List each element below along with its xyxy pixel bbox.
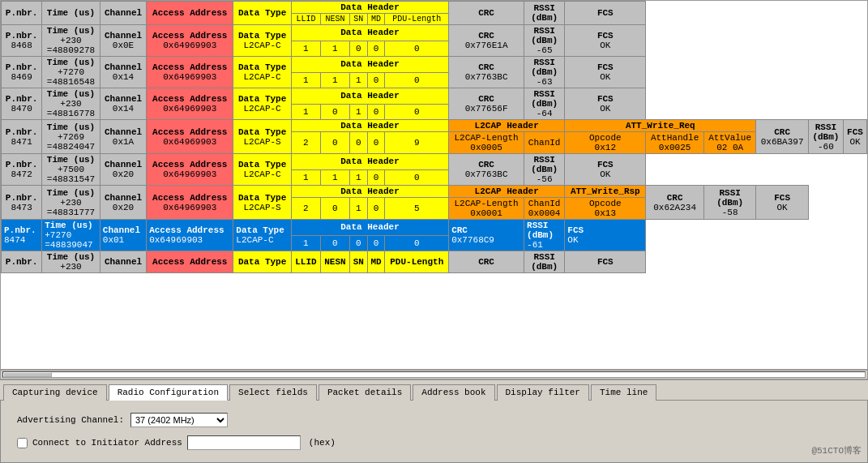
scrollbar-track[interactable] [2, 371, 866, 378]
tab-radio-configuration[interactable]: Radio Configuration [109, 384, 228, 401]
col-access-addr: Access Address [147, 2, 233, 25]
table-row[interactable]: P.nbr.8469Time (us)+7270=48816548Channel… [2, 57, 867, 73]
col-data-type: Data Type [233, 2, 292, 25]
advertising-channel-row: Advertising Channel: 37 (2402 MHz)38 (24… [17, 413, 851, 427]
table-row[interactable]: P.nbr.8474Time (us)+7270=48839047Channel… [2, 220, 867, 236]
col-data-header: Data Header [291, 2, 448, 14]
tab-address-book[interactable]: Address book [413, 384, 494, 401]
table-row[interactable]: P.nbr.8472Time (us)+7500=48831547Channel… [2, 154, 867, 170]
col-nesn: NESN [320, 14, 349, 25]
col-channel: Channel [100, 2, 146, 25]
table-row[interactable]: P.nbr.8471Time (us)+7269=48824047Channel… [2, 120, 867, 132]
tab-panel: Advertising Channel: 37 (2402 MHz)38 (24… [0, 400, 868, 463]
tabs-container: Capturing deviceRadio ConfigurationSelec… [0, 379, 868, 463]
main-container: P.nbr. Time (us) Channel Access Address … [0, 0, 868, 463]
col-crc: CRC [449, 2, 524, 25]
advertising-channel-label: Advertising Channel: [17, 415, 130, 425]
tab-time-line[interactable]: Time line [591, 384, 656, 401]
col-rssi: RSSI(dBm) [524, 2, 565, 25]
tab-select-fields[interactable]: Select fields [229, 384, 317, 401]
col-md: MD [367, 14, 385, 25]
initiator-address-input[interactable] [187, 435, 301, 450]
advertising-channel-select[interactable]: 37 (2402 MHz)38 (2426 MHz)39 (2480 MHz) [130, 413, 228, 427]
col-llid: LLID [291, 14, 320, 25]
watermark: @51CTO博客 [811, 444, 862, 457]
packet-table: P.nbr. Time (us) Channel Access Address … [1, 1, 867, 273]
tab-packet-details[interactable]: Packet details [319, 384, 411, 401]
table-row[interactable]: P.nbr.Time (us)+230ChannelAccess Address… [2, 251, 867, 273]
col-time: Time (us) [42, 2, 100, 25]
col-sn: SN [349, 14, 367, 25]
tab-capturing-device[interactable]: Capturing device [3, 384, 107, 401]
tabs-bar: Capturing deviceRadio ConfigurationSelec… [0, 379, 868, 400]
scrollbar-thumb[interactable] [3, 372, 52, 377]
connect-initiator-row: Connect to Initiator Address (hex) [17, 435, 851, 450]
table-row[interactable]: P.nbr.8473Time (us)+230=48831777Channel0… [2, 186, 867, 198]
connect-initiator-label: Connect to Initiator Address [32, 438, 182, 448]
content-wrapper: P.nbr. Time (us) Channel Access Address … [0, 0, 868, 463]
col-fcs: FCS [565, 2, 646, 25]
col-pdu: PDU-Length [385, 14, 449, 25]
horizontal-scrollbar[interactable] [0, 370, 868, 379]
table-area[interactable]: P.nbr. Time (us) Channel Access Address … [0, 0, 868, 370]
table-body: P.nbr.8468Time (us)+230=48809278Channel0… [2, 25, 867, 273]
table-row[interactable]: P.nbr.8470Time (us)+230=48816778Channel0… [2, 88, 867, 105]
table-row[interactable]: P.nbr.8468Time (us)+230=48809278Channel0… [2, 25, 867, 41]
tab-display-filter[interactable]: Display filter [497, 384, 589, 401]
connect-initiator-checkbox[interactable] [17, 438, 28, 448]
table-header-row: P.nbr. Time (us) Channel Access Address … [2, 2, 867, 14]
hex-label: (hex) [309, 438, 336, 448]
col-pnbr: P.nbr. [2, 2, 42, 25]
